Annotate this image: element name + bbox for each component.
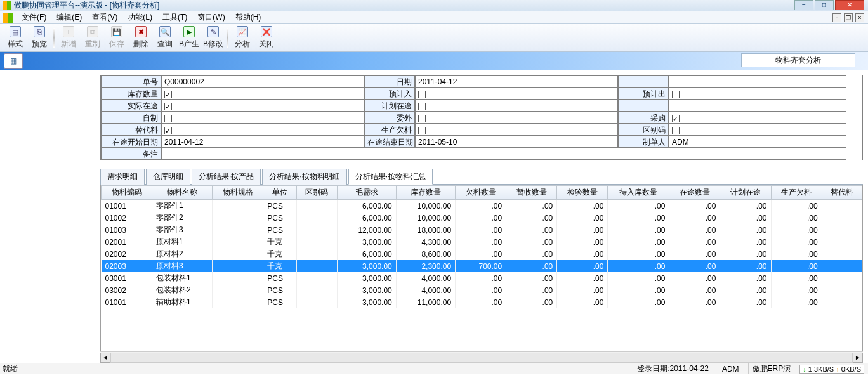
col-13[interactable]: 生产欠料 xyxy=(771,186,822,200)
menu-item-3[interactable]: 功能(L) xyxy=(122,11,157,24)
window-title: 傲鹏协同管理平台--演示版 - [物料齐套分析] xyxy=(14,0,159,11)
col-12[interactable]: 计划在途 xyxy=(720,186,771,200)
table-row[interactable]: 01003零部件3PCS12,000.0018,000.00.00.00.00.… xyxy=(102,224,862,236)
value-transit-start[interactable]: 2011-04-12 xyxy=(161,136,364,148)
scroll-right-button[interactable]: ► xyxy=(853,353,863,363)
label-diff-code: 区别码 xyxy=(618,124,669,136)
col-14[interactable]: 替代料 xyxy=(822,186,862,200)
check-plan-transit[interactable] xyxy=(415,100,618,112)
close-button[interactable]: ✕ xyxy=(835,0,864,10)
menu-item-2[interactable]: 查看(V) xyxy=(87,11,122,24)
label-purchase: 采购 xyxy=(618,112,669,124)
check-stock-qty[interactable] xyxy=(161,88,364,100)
minimize-button[interactable]: − xyxy=(794,0,813,10)
main-pane: 单号Q00000002日期2011-04-12库存数量预计入预计出实际在途计划在… xyxy=(95,70,868,363)
toolbar-保存: 💾保存 xyxy=(105,25,128,50)
tab-2[interactable]: 分析结果·按产品 xyxy=(192,169,261,185)
window-titlebar: 傲鹏协同管理平台--演示版 - [物料齐套分析] − □ ✕ xyxy=(0,0,868,11)
toolbar-分析[interactable]: 📈分析 xyxy=(231,25,254,50)
mdi-close-button[interactable]: × xyxy=(855,13,864,22)
查询-icon: 🔍 xyxy=(159,26,171,37)
col-8[interactable]: 暂收数量 xyxy=(506,186,557,200)
table-row[interactable]: 02002原材料2千克6,000.008,600.00.00.00.00.00.… xyxy=(102,248,862,260)
document-tab-icon[interactable]: ▦ xyxy=(4,53,23,69)
col-11[interactable]: 在途数量 xyxy=(669,186,720,200)
horizontal-scrollbar[interactable]: ◄ ► xyxy=(100,351,863,363)
check-self-made[interactable] xyxy=(161,112,364,124)
check-expected-in[interactable] xyxy=(415,88,618,100)
table-row[interactable]: 02001原材料1千克3,000.004,300.00.00.00.00.00.… xyxy=(102,236,862,248)
value-docno[interactable]: Q00000002 xyxy=(161,75,364,88)
status-bar: 就绪 登录日期:2011-04-22 ADM 傲鹏ERP演 ↓ 1.3KB/S … xyxy=(0,363,868,374)
check-expected-out[interactable] xyxy=(669,88,846,100)
label-plan-transit: 计划在途 xyxy=(364,100,415,112)
status-login: 登录日期:2011-04-22 xyxy=(633,363,713,374)
status-ready: 就绪 xyxy=(3,363,18,374)
label-outsource: 委外 xyxy=(364,112,415,124)
删除-icon: ✖ xyxy=(135,26,147,37)
toolbar-预览[interactable]: ⎘预览 xyxy=(28,25,51,50)
label-actual-transit: 实际在途 xyxy=(101,100,161,112)
col-5[interactable]: 毛需求 xyxy=(337,186,396,200)
value-empty3 xyxy=(669,100,846,112)
col-3[interactable]: 单位 xyxy=(263,186,297,200)
check-purchase[interactable] xyxy=(669,112,846,124)
toolbar-B产生[interactable]: ▶B产生 xyxy=(178,25,201,50)
toolbar-B修改[interactable]: ✎B修改 xyxy=(202,25,225,50)
col-4[interactable]: 区别码 xyxy=(297,186,337,200)
check-diff-code[interactable] xyxy=(669,124,846,136)
col-6[interactable]: 库存数量 xyxy=(396,186,455,200)
left-pane xyxy=(0,70,95,363)
value-date[interactable]: 2011-04-12 xyxy=(415,75,618,88)
label-remark: 备注 xyxy=(101,148,161,160)
tab-4[interactable]: 分析结果·按物料汇总 xyxy=(348,169,433,185)
check-actual-transit[interactable] xyxy=(161,100,364,112)
table-row[interactable]: 03002包装材料2PCS3,000.004,000.00.00.00.00.0… xyxy=(102,284,862,296)
menu-logo-icon xyxy=(3,13,13,23)
data-grid[interactable]: 物料编码物料名称物料规格单位区别码毛需求库存数量欠料数量暂收数量检验数量待入库数… xyxy=(100,185,863,351)
col-0[interactable]: 物料编码 xyxy=(102,186,152,200)
toolbar-样式[interactable]: ▤样式 xyxy=(4,25,27,50)
toolbar-关闭[interactable]: ❌关闭 xyxy=(255,25,278,50)
toolbar-删除[interactable]: ✖删除 xyxy=(129,25,152,50)
tab-3[interactable]: 分析结果·按物料明细 xyxy=(262,169,346,185)
scroll-left-button[interactable]: ◄ xyxy=(100,353,110,363)
col-9[interactable]: 检验数量 xyxy=(557,186,608,200)
check-prod-shortage[interactable] xyxy=(415,124,618,136)
table-row[interactable]: 03001包装材料1PCS3,000.004,000.00.00.00.00.0… xyxy=(102,272,862,284)
label-empty1 xyxy=(618,75,669,88)
col-1[interactable]: 物料名称 xyxy=(152,186,213,200)
menu-item-1[interactable]: 编辑(E) xyxy=(51,11,87,24)
toolbar-新增: +新增 xyxy=(57,25,80,50)
menu-item-5[interactable]: 窗口(W) xyxy=(192,11,230,24)
scroll-track[interactable] xyxy=(110,353,853,363)
maximize-button[interactable]: □ xyxy=(815,0,834,10)
toolbar-重制: ⧉重制 xyxy=(81,25,104,50)
tab-1[interactable]: 仓库明细 xyxy=(146,169,190,185)
label-prod-shortage: 生产欠料 xyxy=(364,124,415,136)
tab-strip: 需求明细仓库明细分析结果·按产品分析结果·按物料明细分析结果·按物料汇总 xyxy=(100,168,863,185)
toolbar-查询[interactable]: 🔍查询 xyxy=(154,25,176,50)
mdi-minimize-button[interactable]: − xyxy=(832,13,841,22)
table-row[interactable]: 01002零部件2PCS6,000.0010,000.00.00.00.00.0… xyxy=(102,212,862,224)
table-row[interactable]: 02003原材料3千克3,000.002,300.00700.00.00.00.… xyxy=(102,260,862,272)
B修改-icon: ✎ xyxy=(207,26,219,37)
mdi-restore-button[interactable]: ❐ xyxy=(844,13,853,22)
check-substitute[interactable] xyxy=(161,124,364,136)
table-row[interactable]: 01001零部件1PCS6,000.0010,000.00.00.00.00.0… xyxy=(102,200,862,212)
check-outsource[interactable] xyxy=(415,112,618,124)
col-2[interactable]: 物料规格 xyxy=(213,186,263,200)
value-remark[interactable] xyxy=(161,148,846,160)
menu-item-6[interactable]: 帮助(H) xyxy=(230,11,266,24)
table-row[interactable]: 01001辅助材料1PCS3,000.0011,000.00.00.00.00.… xyxy=(102,296,862,308)
tab-0[interactable]: 需求明细 xyxy=(100,169,145,185)
value-transit-end[interactable]: 2011-05-10 xyxy=(415,136,618,148)
label-expected-out: 预计出 xyxy=(618,88,669,100)
menu-item-0[interactable]: 文件(F) xyxy=(16,11,51,24)
col-10[interactable]: 待入库数量 xyxy=(608,186,669,200)
status-user: ADM xyxy=(718,365,743,374)
page-title: 物料齐套分析 xyxy=(741,53,855,67)
col-7[interactable]: 欠料数量 xyxy=(456,186,506,200)
menu-item-4[interactable]: 工具(T) xyxy=(157,11,192,24)
value-empty1 xyxy=(669,75,846,88)
